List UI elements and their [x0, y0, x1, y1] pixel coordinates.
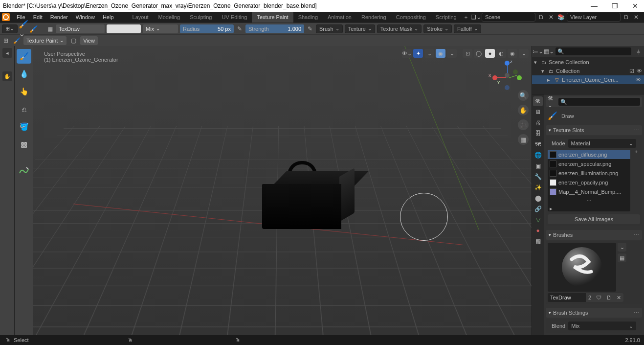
vp-overlay-toggle[interactable]: ◉	[436, 49, 445, 58]
outliner-search[interactable]: 🔍	[555, 47, 631, 55]
properties-search[interactable]: 🔍	[558, 98, 640, 106]
navigation-gizmo[interactable]: Z X Y	[492, 61, 522, 90]
tab-sculpting[interactable]: Sculpting	[185, 12, 217, 23]
texture-slot-specular[interactable]: enerzen_specular.png	[548, 159, 630, 168]
ptab-scene[interactable]: 🗺	[533, 139, 543, 149]
texture-slot-opacity[interactable]: enerzen_opacity.png	[548, 178, 630, 187]
panel-texture-slots-header[interactable]: Texture Slots⋯	[546, 125, 642, 135]
ptab-render[interactable]: 🖥	[533, 107, 543, 117]
object-visibility-icon[interactable]: 👁	[635, 77, 642, 83]
vp-xray[interactable]: ⊡	[463, 49, 472, 58]
window-maximize[interactable]: ❐	[609, 0, 621, 12]
vp-shade-matprev[interactable]: ◐	[496, 49, 506, 58]
brush-preview[interactable]	[548, 243, 616, 292]
collection-visibility-icon[interactable]: 👁	[637, 68, 642, 74]
tool-annotate[interactable]	[17, 163, 31, 178]
vp-pan-icon[interactable]: ✋	[518, 105, 529, 115]
mode-dropdown[interactable]: Texture Paint	[23, 36, 67, 45]
tool-soften[interactable]: 💧	[17, 67, 31, 81]
tree-scene-collection[interactable]: ▾🗀Scene Collection	[532, 58, 644, 67]
prop-editor-dropdown[interactable]: 🛠⌄	[548, 98, 555, 106]
tool-clone[interactable]: ⎌	[17, 102, 31, 116]
vp-camera-icon[interactable]: 🎥	[518, 119, 529, 130]
tab-modeling[interactable]: Modeling	[154, 12, 185, 23]
vp-shade-dd[interactable]: ⌄	[519, 49, 529, 58]
ptab-mesh[interactable]: ▽	[533, 215, 543, 225]
brush-dropdown[interactable]: Brush	[316, 24, 343, 33]
tool-mask[interactable]: ▩	[17, 137, 31, 152]
brush-unlink[interactable]: ✕	[614, 293, 623, 302]
viewlayer-browse-icon[interactable]: 📚	[557, 13, 565, 21]
texture-slot-illumination[interactable]: enerzen_illumination.png	[548, 168, 630, 178]
tool-fill[interactable]: 🪣	[17, 119, 31, 134]
radius-field[interactable]: Radius 50 px	[180, 24, 234, 33]
ptab-material[interactable]: ●	[533, 226, 543, 235]
side-toggle-1[interactable]: ◂	[2, 48, 12, 58]
brush-large-icon[interactable]: 🖌️⌄	[20, 25, 27, 33]
editor-type-dropdown[interactable]: ⊞⌄	[2, 24, 18, 33]
texture-slot-diffuse[interactable]: enerzen_diffuse.png	[548, 150, 630, 159]
ptab-particles[interactable]: ✨	[533, 183, 543, 192]
ptab-constraints[interactable]: 🔗	[533, 204, 543, 214]
brush-name-field[interactable]: TexDraw	[56, 24, 105, 33]
viewlayer-name-field[interactable]: View Layer	[567, 13, 621, 22]
texture-slot-normal[interactable]: Map__4_Normal_Bump....	[548, 187, 630, 196]
falloff-dropdown[interactable]: Falloff	[454, 24, 481, 33]
tab-compositing[interactable]: Compositing	[391, 12, 431, 23]
outliner-filter-icon[interactable]: ⏚	[634, 47, 642, 55]
vp-overlay-dd[interactable]: ⌄	[447, 49, 457, 58]
scene-delete-icon[interactable]: ✕	[547, 13, 555, 21]
menu-edit[interactable]: Edit	[29, 12, 46, 23]
outliner-editor-dropdown[interactable]: ≔⌄	[534, 47, 542, 55]
brush-new[interactable]: 🗋	[604, 293, 614, 302]
tree-collection[interactable]: ▾🗀 Collection ☑ 👁	[532, 67, 644, 75]
tab-scripting[interactable]: Scripting	[431, 12, 462, 23]
blend-mode-dropdown[interactable]: Mix	[143, 24, 178, 33]
tab-add-workspace[interactable]: +	[462, 12, 470, 23]
ptab-active-tool[interactable]: 🛠	[533, 96, 543, 106]
strength-pressure-icon[interactable]: ✎	[306, 25, 314, 33]
scene-browse-icon[interactable]: ❏⌄	[472, 13, 480, 21]
vp-gizmo-toggle[interactable]: ✦	[413, 49, 423, 58]
ts-mode-dropdown[interactable]: Material⌄	[568, 139, 636, 148]
ptab-texture[interactable]: ▩	[533, 236, 543, 246]
side-toggle-2[interactable]: ✋	[2, 71, 12, 81]
texture-slot-expand[interactable]: ⋯	[548, 196, 630, 206]
vp-zoom-icon[interactable]: 🔍	[518, 90, 529, 101]
image-icon[interactable]: ▦	[46, 25, 54, 33]
brush-preview-type[interactable]: ⌄	[618, 243, 626, 252]
viewlayer-new-icon[interactable]: 🗋	[622, 13, 630, 21]
tab-layout[interactable]: Layout	[128, 12, 154, 23]
ptab-modifiers[interactable]: 🔧	[533, 172, 543, 182]
tab-rendering[interactable]: Rendering	[356, 12, 391, 23]
brush-fake-user[interactable]: 🛡	[594, 293, 604, 302]
stroke-dropdown[interactable]: Stroke	[423, 24, 452, 33]
viewport-3d[interactable]: User Perspective (1) Enerzen_Ozone_Gener…	[33, 46, 532, 335]
radius-pressure-icon[interactable]: ✎	[236, 25, 244, 33]
panel-brushes-header[interactable]: Brushes⋯	[546, 230, 642, 240]
vp-shade-solid[interactable]: ●	[485, 49, 495, 58]
tree-object-enerzen[interactable]: ▸ ▽ Enerzen_Ozone_Gen... 👁	[532, 75, 644, 84]
tool-smear[interactable]: 👆	[17, 84, 31, 99]
tab-uv-editing[interactable]: UV Editing	[217, 12, 252, 23]
window-minimize[interactable]: —	[588, 0, 600, 12]
tab-shading[interactable]: Shading	[293, 12, 323, 23]
ptab-viewlayer[interactable]: 🗄	[533, 129, 543, 138]
texture-dropdown[interactable]: Texture	[345, 24, 375, 33]
blend-dropdown[interactable]: Mix⌄	[568, 322, 636, 330]
collection-checkbox-icon[interactable]: ☑	[628, 68, 635, 74]
menu-render[interactable]: Render	[46, 12, 72, 23]
mask-icon[interactable]: ▢	[69, 37, 77, 45]
outliner-display-dropdown[interactable]: ▦⌄	[545, 47, 553, 55]
tool-draw[interactable]: 🖌️	[17, 49, 31, 64]
brush-name-input[interactable]	[548, 293, 586, 302]
tab-animation[interactable]: Animation	[323, 12, 356, 23]
viewlayer-delete-icon[interactable]: ✕	[632, 13, 640, 21]
texture-mask-dropdown[interactable]: Texture Mask	[377, 24, 422, 33]
menu-window[interactable]: Window	[72, 12, 99, 23]
menu-help[interactable]: Help	[99, 12, 118, 23]
ptab-world[interactable]: 🌐	[533, 150, 543, 160]
mode-select-icon[interactable]: ⊞	[2, 37, 10, 45]
window-close[interactable]: ✕	[629, 0, 641, 12]
panel-brush-settings-header[interactable]: Brush Settings⋯	[546, 308, 642, 318]
